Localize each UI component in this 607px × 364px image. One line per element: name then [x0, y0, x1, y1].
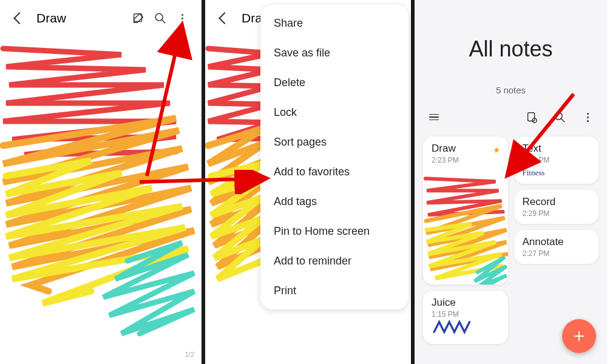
back-button[interactable]	[214, 7, 236, 29]
card-title: Juice	[432, 297, 500, 309]
separator	[411, 0, 415, 364]
menu-pin-to-home[interactable]: Pin to Home screen	[260, 217, 409, 246]
menu-share[interactable]: Share	[260, 8, 409, 38]
menu-save-as-file[interactable]: Save as file	[260, 38, 409, 68]
page-indicator: 1/2	[185, 351, 194, 358]
menu-delete[interactable]: Delete	[260, 68, 409, 98]
menu-add-to-favorites[interactable]: Add to favorites	[260, 157, 409, 187]
card-time: 2:27 PM	[523, 249, 591, 258]
menu-add-to-reminder[interactable]: Add to reminder	[260, 246, 409, 276]
menu-print[interactable]: Print	[260, 276, 409, 306]
annotation-arrow	[140, 12, 200, 182]
menu-sort-pages[interactable]: Sort pages	[260, 127, 409, 157]
card-thumbnail	[423, 169, 508, 285]
card-time: 2:29 PM	[523, 209, 591, 218]
fab-new-note[interactable]	[562, 319, 596, 353]
menu-add-tags[interactable]: Add tags	[260, 187, 409, 217]
overflow-menu: Share Save as file Delete Lock Sort page…	[260, 5, 409, 309]
card-title: Annotate	[523, 236, 591, 248]
card-time: 2:23 PM	[432, 156, 500, 164]
hamburger-icon[interactable]	[423, 106, 445, 128]
card-title: Record	[523, 196, 591, 208]
annotation-arrow	[137, 170, 276, 194]
card-time: 1:15 PM	[432, 310, 500, 318]
note-card-draw[interactable]: Draw 2:23 PM ★	[423, 136, 508, 285]
squiggle-icon	[432, 318, 492, 335]
note-card-record[interactable]: Record 2:29 PM	[514, 190, 599, 224]
page-title: All notes	[415, 36, 607, 62]
annotation-arrow	[498, 91, 583, 188]
card-title: Draw	[432, 143, 500, 155]
note-title: Draw	[36, 11, 66, 25]
back-button[interactable]	[8, 7, 30, 29]
menu-lock[interactable]: Lock	[260, 98, 409, 127]
note-card-juice[interactable]: Juice 1:15 PM	[423, 291, 508, 344]
notes-header: All notes 5 notes	[415, 0, 607, 101]
note-card-annotate[interactable]: Annotate 2:27 PM	[514, 230, 599, 264]
